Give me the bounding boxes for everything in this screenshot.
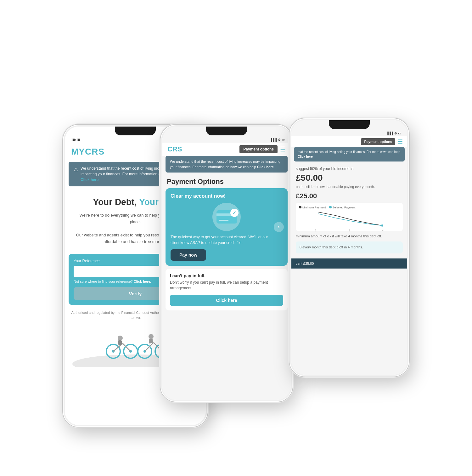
payment-header: CRS Payment options ☰ [162, 143, 291, 156]
suggest-text: suggest 50% of your ble income is: [296, 166, 403, 172]
phone-mockup-scene: 10:10 ▐▐▐ ⊙ ▭ MYCRS Log in ⚠ We understa… [63, 49, 409, 427]
phone-2-status-bar: ▐▐▐ ⊙ ▭ [162, 135, 291, 143]
card-icon: ✓ [212, 203, 241, 231]
card-illustration: ✓ [171, 203, 283, 231]
hamburger-icon-3[interactable]: ☰ [398, 138, 403, 145]
info-banner-3: that the recent cost of living ncting yo… [294, 147, 405, 162]
legend-sel-label: Selected Payment [333, 206, 356, 209]
svg-point-21 [149, 334, 154, 339]
payment-options-title: Payment Options [162, 175, 291, 188]
phone-3-status-icons: ▐▐▐ ⊙ ▭ [386, 132, 401, 135]
brand-logo-2: CRS [167, 145, 182, 153]
clear-account-card: Clear my account now! ✓ › The quickest w… [166, 188, 288, 266]
phone-2-status-icons: ▐▐▐ ⊙ ▭ [270, 138, 284, 141]
chart-labels: 2 3 4 [299, 229, 400, 232]
chevron-right-icon[interactable]: › [274, 222, 284, 232]
phone-2: ▐▐▐ ⊙ ▭ CRS Payment options ☰ We underst… [160, 125, 293, 402]
legend-min-dot [299, 206, 301, 208]
detail-content: suggest 50% of your ble income is: £50.0… [291, 163, 407, 256]
info-click-here-1[interactable]: Click here [81, 178, 98, 182]
cant-pay-desc: Don't worry if you can't pay in full, we… [170, 280, 283, 291]
info-click-here-2[interactable]: Click here [257, 165, 274, 169]
signal-icon-3: ▐▐▐ [386, 132, 393, 135]
svg-rect-23 [149, 339, 153, 343]
svg-line-18 [145, 343, 154, 351]
slider-desc: on the slider below that ortable paying … [296, 184, 403, 190]
battery-icon-3: ▭ [398, 132, 401, 135]
highlight-box: 0 every month this debt d off in 4 month… [296, 241, 403, 253]
pay-now-button[interactable]: Pay now [171, 249, 206, 261]
svg-point-11 [118, 336, 123, 341]
phone-1-time: 10:10 [71, 138, 80, 142]
hero-title-part1: Your Debt, [93, 197, 137, 207]
clear-account-title: Clear my account now! [171, 193, 283, 199]
months-text: minimum amount of e - it will take 4 mon… [296, 234, 403, 239]
reference-click-link[interactable]: Click here. [134, 280, 151, 283]
amount-large: £50.00 [296, 173, 403, 183]
detail-header: Payment options ☰ [291, 136, 407, 147]
phone-3-notch [329, 120, 370, 129]
payment-header-right: Payment options ☰ [239, 145, 286, 153]
phone-3: ▐▐▐ ⊙ ▭ Payment options ☰ that the recen… [289, 118, 409, 377]
svg-rect-13 [118, 340, 122, 345]
payment-options-button-2[interactable]: Payment options [239, 145, 278, 153]
warning-icon-1: ⚠ [74, 166, 78, 173]
chart-label-4: 4 [382, 229, 384, 232]
battery-icon-2: ▭ [282, 138, 284, 141]
hamburger-icon-2[interactable]: ☰ [280, 145, 286, 153]
brand-logo-1: MYCRS [71, 147, 104, 157]
chart-label-3: 3 [348, 229, 350, 232]
amount-small: £25.00 [296, 192, 403, 200]
info-banner-2: We understand that the recent cost of li… [166, 156, 288, 173]
phone-3-status-bar: ▐▐▐ ⊙ ▭ [291, 129, 407, 136]
payment-options-button-3[interactable]: Payment options [361, 138, 395, 145]
wifi-icon-2: ⊙ [278, 138, 280, 141]
signal-icon-2: ▐▐▐ [270, 138, 277, 141]
info-banner-3-text: that the recent cost of living ncting yo… [298, 150, 400, 154]
phone-1-notch [115, 127, 156, 135]
chart-label-2: 2 [315, 229, 317, 232]
payment-chart [299, 210, 400, 228]
chart-legend: Minimum Payment Selected Payment [299, 206, 400, 209]
clear-description: The quickest way to get your account cle… [171, 234, 283, 246]
legend-sel-dot [329, 206, 332, 208]
legend-min-label: Minimum Payment [302, 206, 326, 209]
wifi-icon-3: ⊙ [394, 132, 397, 135]
chart-area: Minimum Payment Selected Payment [296, 203, 403, 231]
info-click-here-3[interactable]: Click here [298, 155, 313, 158]
checkmark-badge: ✓ [230, 209, 239, 217]
cant-pay-card: I can't pay in full. Don't worry if you … [166, 269, 288, 310]
cant-pay-title: I can't pay in full. [170, 273, 283, 278]
phone-2-notch [206, 127, 247, 135]
bottom-bar: cent £25.00 [291, 258, 407, 269]
click-here-button[interactable]: Click here [170, 295, 283, 306]
svg-point-24 [381, 224, 383, 227]
